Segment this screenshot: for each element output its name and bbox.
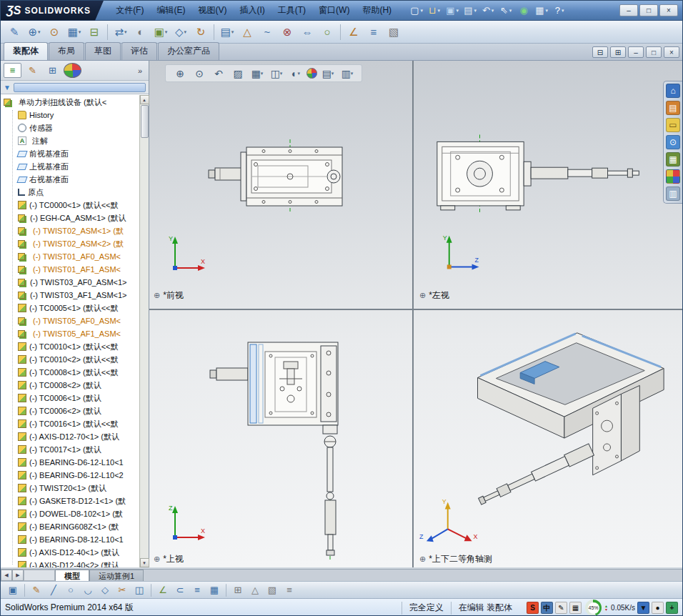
convert-entities-icon[interactable]: ⊂ (172, 583, 188, 597)
model-tab[interactable]: 模型 (55, 570, 89, 581)
sketch-tool-icon[interactable] (226, 584, 226, 597)
tree-item[interactable]: (-) TWIST01_AF0_ASM< (1, 250, 149, 263)
viewport-front[interactable]: Y X *前视 (149, 61, 412, 309)
new-document-icon[interactable]: ▢ (408, 3, 425, 19)
restore-button[interactable]: □ (639, 4, 658, 16)
print-icon[interactable]: ▤ (462, 3, 479, 19)
menu-item[interactable]: 工具(T) (271, 1, 312, 20)
tree-item[interactable]: 单动力剥扭线设备 (默认< (1, 96, 149, 109)
section-view-icon[interactable]: ▨ (229, 66, 246, 81)
scroll-right-button[interactable] (12, 570, 24, 581)
filter-funnel-icon[interactable]: ▼ (4, 84, 11, 91)
tree-item[interactable]: (-) TC0010<2> (默认<<默 (1, 353, 149, 366)
zoom-area-icon[interactable]: ⊙ (191, 66, 208, 81)
command-tab[interactable]: 办公室产品 (158, 42, 219, 60)
motion-study-icon[interactable]: ↻ (191, 23, 210, 41)
mirror-entities-icon[interactable]: ◫ (131, 583, 147, 597)
tree-item[interactable]: 前视基准面 (1, 147, 149, 160)
ime-keyboard-icon[interactable]: ▦ (569, 602, 582, 614)
ime-sogou-icon[interactable]: S (527, 602, 539, 614)
tree-item[interactable]: (-) AXIS-D12-70<1> (默认 (1, 430, 149, 443)
toolbar-icon[interactable] (214, 24, 214, 40)
apply-scene-icon[interactable]: ▤ (319, 66, 336, 81)
edit-component-icon[interactable]: ✎ (5, 23, 24, 41)
tree-item[interactable]: (-) TC0010<1> (默认<<默 (1, 340, 149, 353)
viewport-top[interactable]: Z X *上视 (149, 310, 412, 567)
viewport-splitter-horizontal[interactable] (149, 309, 682, 310)
minimize-button[interactable]: – (619, 4, 638, 16)
menu-item[interactable]: 文件(F) (109, 1, 150, 20)
undo-icon[interactable]: ↶ (479, 3, 497, 19)
hole-alignment-icon[interactable]: ○ (318, 23, 336, 41)
section-display-icon[interactable]: △ (247, 583, 263, 597)
custom-properties-icon[interactable]: ▥ (666, 187, 680, 201)
scroll-left-button[interactable] (1, 570, 12, 581)
tree-item[interactable]: (-) BEARING-D6-12-L10<1 (1, 456, 149, 469)
circle-icon[interactable]: ○ (63, 583, 79, 597)
tray-plus-icon[interactable]: + (666, 602, 678, 614)
menu-item[interactable]: 插入(I) (233, 1, 271, 20)
tree-item[interactable]: (-) TC0005<1> (默认<<默 (1, 302, 149, 314)
close-button[interactable]: × (659, 4, 678, 16)
view-cube-icon[interactable]: ▧ (264, 583, 280, 597)
model-tab[interactable]: 运动算例1 (89, 570, 144, 581)
solidworks-resources-icon[interactable]: ⌂ (666, 84, 680, 98)
linear-sketch-pattern-icon[interactable]: ▦ (206, 583, 222, 597)
tree-item[interactable]: (-) TWIST20<1> (默认 (1, 482, 149, 495)
rebuild-icon[interactable]: ◉ (515, 3, 532, 19)
command-tab[interactable]: 评估 (121, 42, 157, 60)
doc-restore-button[interactable]: □ (646, 46, 662, 58)
menu-item[interactable]: 窗口(W) (312, 1, 356, 20)
save-icon[interactable]: ▣ (444, 3, 461, 19)
previous-view-icon[interactable]: ↶ (210, 66, 227, 81)
hide-show-items-icon[interactable]: ◐ (287, 66, 304, 81)
tree-item[interactable]: (-) TC0006<1> (默认 (1, 392, 149, 404)
tree-item[interactable]: 右视基准面 (1, 173, 149, 186)
show-hidden-components-icon[interactable]: ◐ (131, 23, 150, 41)
tree-item[interactable]: 传感器 (1, 121, 149, 134)
help-icon[interactable]: ? (551, 3, 568, 19)
tree-item[interactable]: 原点 (1, 186, 149, 199)
sketch-tool-icon[interactable] (24, 584, 25, 597)
mass-properties-icon[interactable]: ≡ (364, 23, 383, 41)
search-icon[interactable]: ⊙ (666, 135, 680, 149)
toolbar-icon[interactable] (340, 24, 341, 40)
tree-scrollbar[interactable]: ▲ ▼ (139, 95, 149, 567)
toolbar-icon[interactable] (107, 24, 108, 40)
tree-item[interactable]: (-) TWIST02_ASM<1> (默 (1, 224, 149, 237)
save-icon[interactable]: ▣ (5, 583, 21, 597)
menu-item[interactable]: 编辑(E) (150, 1, 191, 20)
menu-item[interactable]: 帮助(H) (356, 1, 398, 20)
line-icon[interactable]: ╱ (46, 583, 61, 597)
smart-fasteners-icon[interactable]: ⊟ (85, 23, 104, 41)
filter-input[interactable] (14, 83, 146, 92)
viewport-splitter-vertical[interactable] (412, 61, 414, 567)
network-usage-badge[interactable]: 45% (585, 600, 602, 616)
tree-item[interactable]: (-) TC0017<1> (默认 (1, 443, 149, 456)
command-tab[interactable]: 布局 (49, 42, 84, 60)
tree-item[interactable]: (-) TWIST05_AF1_ASM< (1, 327, 149, 340)
tray-user-icon[interactable]: ● (652, 602, 664, 614)
tree-item[interactable]: (-) TC0016<1> (默认<<默 (1, 417, 149, 430)
display-list-icon[interactable]: ≡ (281, 583, 297, 597)
scrollbar-thumb[interactable] (141, 105, 149, 138)
command-tab[interactable]: 草图 (85, 42, 121, 60)
assembly-features-icon[interactable]: ▣ (151, 23, 170, 41)
sketch-tool-icon[interactable] (151, 584, 151, 597)
viewport-left[interactable]: Y Z *左视 (414, 61, 682, 309)
view-settings-icon[interactable]: ▥ (339, 66, 356, 81)
view-orientation-icon[interactable]: ▦ (249, 66, 266, 81)
design-library-icon[interactable]: ▤ (666, 101, 680, 115)
smart-dimension-icon[interactable]: ∠ (155, 583, 171, 597)
zoom-fit-icon[interactable]: ⊕ (171, 66, 189, 81)
offset-entities-icon[interactable]: ≡ (189, 583, 205, 597)
section-properties-icon[interactable]: ▧ (384, 23, 403, 41)
polygon-icon[interactable]: ◇ (97, 583, 113, 597)
display-style-icon[interactable]: ◫ (268, 66, 285, 81)
move-component-icon[interactable]: ⇄ (111, 23, 130, 41)
ime-pen-icon[interactable]: ✎ (555, 602, 567, 614)
arc-icon[interactable]: ◡ (80, 583, 96, 597)
reference-geometry-icon[interactable]: ◇ (171, 23, 190, 41)
doc-cascade-button[interactable]: ⊟ (592, 46, 608, 58)
options-icon[interactable]: ▦ (533, 3, 550, 19)
